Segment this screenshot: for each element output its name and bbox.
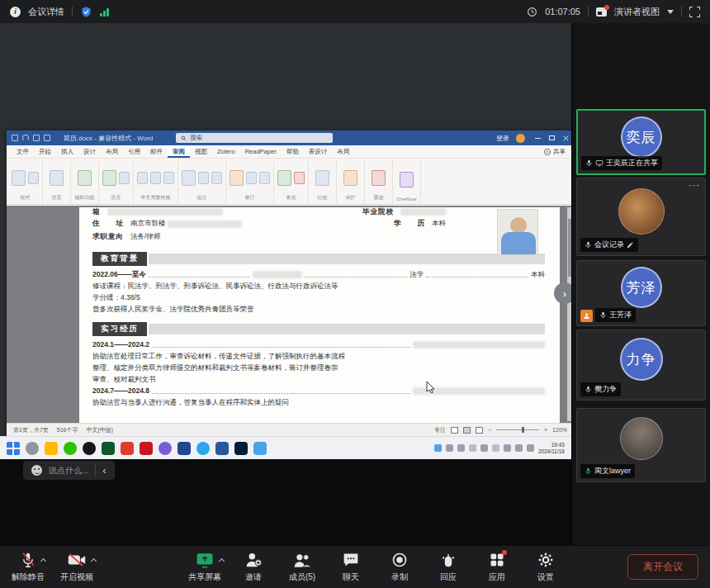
read-mode-icon[interactable] [451,427,458,434]
account-avatar[interactable] [516,134,525,143]
settings-button[interactable]: 设置 [529,552,562,583]
tab-readpaper[interactable]: ReadPaper [240,145,282,158]
ribbon-group-comments[interactable]: 批注 [178,160,226,204]
photoshop-icon[interactable] [234,442,248,455]
unmute-button[interactable]: 解除静音 [12,552,45,583]
new-doc-icon[interactable] [33,135,40,141]
close-icon[interactable] [563,135,569,141]
start-video-button[interactable]: 开启视频 [60,552,93,583]
ribbon-group-accessibility[interactable]: 辅助功能 [71,160,99,204]
app-icon[interactable] [102,442,115,455]
ribbon-group-tracking[interactable]: 修订 [226,160,274,204]
zoom-in-button[interactable]: + [544,427,547,433]
web-layout-icon[interactable] [476,427,483,434]
settings-app-icon[interactable] [26,442,39,455]
tab-design[interactable]: 设计 [78,145,101,158]
tray-icon[interactable] [492,444,499,452]
ribbon-group-onenote[interactable]: OneNote [393,160,421,204]
weibo-icon[interactable] [140,442,153,455]
record-button[interactable]: 录制 [383,552,416,583]
chat-button[interactable]: 聊天 [334,552,367,583]
maximize-icon[interactable] [549,135,555,140]
tab-table-design[interactable]: 表设计 [304,145,333,158]
tab-help[interactable]: 帮助 [282,145,304,158]
reactions-button[interactable]: 回应 [432,552,465,583]
tab-insert[interactable]: 插入 [56,145,78,158]
taskbar-clock[interactable]: 19:43 2024/11/16 [538,442,565,454]
ribbon-group-proofing[interactable]: 校对 [8,160,43,204]
fullscreen-icon[interactable] [689,7,700,17]
tab-zotero[interactable]: Zotero [212,145,240,158]
chevron-up-icon[interactable] [91,557,97,563]
tab-layout[interactable]: 布局 [101,145,123,158]
minimize-icon[interactable] [535,138,541,139]
members-button[interactable]: 成员(5) [286,552,319,583]
network-signal-icon[interactable] [100,7,109,17]
language-indicator[interactable]: 中文(中国) [86,426,113,434]
chat-collapse-button[interactable]: ‹ [102,464,106,477]
start-button-icon[interactable] [7,442,20,455]
apps-button[interactable]: 应用 [480,552,514,583]
word-count[interactable]: 516个字 [57,426,78,434]
ribbon-group-ink[interactable]: 墨迹 [365,160,393,204]
zoom-out-button[interactable]: − [488,427,491,433]
participant-tile-notes[interactable]: ··· 会议记录 [576,178,706,256]
chevron-up-icon[interactable] [40,557,46,563]
focus-mode-button[interactable]: 专注 [434,426,446,434]
tab-file[interactable]: 文件 [12,145,34,158]
meeting-details-button[interactable]: 会议详情 [28,6,64,18]
chat-quick-input[interactable]: 说点什么... ‹ [23,461,115,480]
tray-icon[interactable] [457,444,465,452]
page-indicator[interactable]: 第1页，共7页 [13,426,49,434]
zoom-slider-thumb[interactable] [522,427,524,433]
ribbon-group-protect[interactable]: 保护 [337,160,365,204]
tab-table-layout[interactable]: 布局 [332,145,354,158]
wifi-icon[interactable] [515,444,523,452]
tab-home[interactable]: 开始 [34,145,56,158]
participant-tile-sharing[interactable]: 奕辰 王奕辰正在共享 [576,109,706,175]
chat-input-placeholder[interactable]: 说点什么... [49,465,88,477]
participant-tile[interactable]: 芳泽 王芳泽 [576,260,706,326]
word-titlebar[interactable]: 简历.docx - 兼容性模式 - Word 搜索 登录 [7,130,574,145]
emoji-icon[interactable] [31,465,42,476]
invite-button[interactable]: 邀请 [237,552,270,583]
ribbon-group-changes[interactable]: 更改 [274,160,309,204]
share-button[interactable]: 共享 [541,145,569,158]
app-icon[interactable] [121,442,134,455]
word-search-box[interactable]: 搜索 [176,133,333,143]
meeting-app-icon[interactable] [253,442,267,455]
tray-icon[interactable] [446,444,453,452]
open-icon[interactable] [44,135,50,141]
file-explorer-icon[interactable] [45,442,58,455]
tray-icon[interactable] [434,444,442,452]
undo-icon[interactable] [22,135,29,141]
tray-icon[interactable] [480,444,488,452]
app-icon[interactable] [159,442,172,455]
save-icon[interactable] [12,135,18,141]
leave-meeting-button[interactable]: 离开会议 [627,554,698,580]
tray-icon[interactable] [469,444,476,452]
zoom-slider[interactable] [496,429,539,430]
signin-label[interactable]: 登录 [496,134,509,143]
tab-references[interactable]: 引用 [123,145,145,158]
participant-tile[interactable]: 力争 樊力争 [576,330,706,401]
edge-browser-icon[interactable] [196,442,210,455]
more-options-icon[interactable]: ··· [689,180,700,190]
ribbon-group-speech[interactable]: 语音 [43,160,71,204]
volume-icon[interactable] [527,444,534,452]
ribbon-group-compare[interactable]: 比较 [309,160,337,204]
quick-access-toolbar[interactable] [12,135,50,141]
security-shield-icon[interactable] [80,6,92,18]
notion-icon[interactable] [178,442,191,455]
print-layout-icon[interactable] [463,427,471,434]
participant-tile[interactable]: 周文lawyer [576,408,706,482]
qq-icon[interactable] [83,442,96,455]
pencil-icon[interactable] [627,241,634,249]
tab-view[interactable]: 视图 [190,145,212,158]
chevron-down-icon[interactable] [667,10,674,14]
wechat-icon[interactable] [64,442,77,455]
tab-review[interactable]: 审阅 [168,145,190,158]
ribbon-group-language[interactable]: 语言 [99,160,134,204]
chevron-up-icon[interactable] [219,557,225,563]
document-canvas[interactable]: 箱 毕业院校 住 址 南京市鼓楼 学 历 [7,206,574,423]
